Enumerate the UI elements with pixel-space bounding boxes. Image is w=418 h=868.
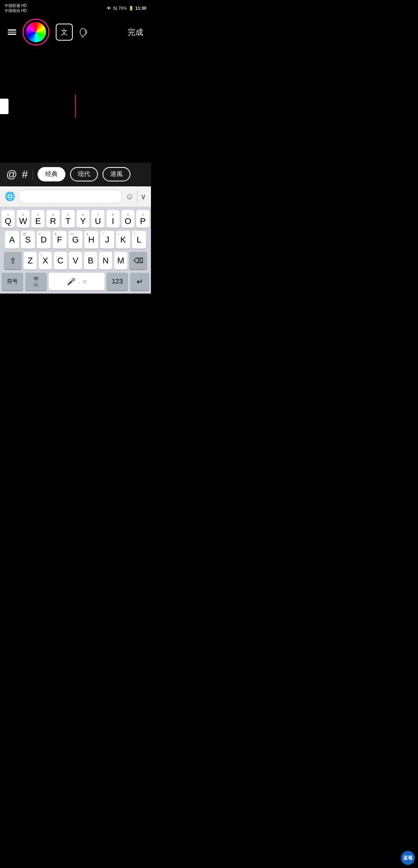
color-wheel-button[interactable] <box>26 22 46 42</box>
key-g[interactable]: % G <box>69 231 82 249</box>
emoji-button[interactable]: ☺ <box>125 191 134 202</box>
carrier2-label: 中国电信 HD <box>5 8 27 13</box>
key-e[interactable]: 3 E <box>31 210 45 228</box>
font-tag-style3[interactable]: 港風 <box>103 167 130 181</box>
key-n[interactable]: ; N <box>99 252 112 270</box>
divider <box>33 169 33 180</box>
key-h[interactable]: & H <box>84 231 98 249</box>
at-symbol[interactable]: @ <box>6 168 17 181</box>
keyboard-row-2: ~ A @ S # D $ F % G & H * J ( K <box>2 231 149 249</box>
mic-icon: 🎤 <box>67 277 75 286</box>
color-wheel-container <box>22 19 50 46</box>
tts-button[interactable] <box>79 27 91 38</box>
return-key[interactable]: ↵ <box>130 273 149 290</box>
key-v[interactable]: - V <box>69 252 82 270</box>
return-icon: ↵ <box>137 277 143 286</box>
text-input[interactable] <box>18 190 122 203</box>
symbol-key[interactable]: 符号 <box>2 273 23 290</box>
key-x[interactable]: / X <box>39 252 52 270</box>
key-q[interactable]: 1 Q <box>2 210 15 228</box>
chinese-key[interactable]: 中 /英 <box>25 273 47 290</box>
toolbar-left: 文 <box>8 19 91 46</box>
done-button[interactable]: 完成 <box>128 27 143 38</box>
keyboard-row-3: ⇧ ' Z / X _ C - V : B ; N ' M <box>2 252 149 270</box>
top-toolbar: 文 完成 <box>0 15 151 50</box>
svg-point-0 <box>80 28 86 36</box>
key-p[interactable]: 0 P <box>136 210 149 228</box>
text-cursor <box>75 95 76 118</box>
translate-button[interactable]: 文 <box>56 24 73 41</box>
backspace-icon: ⌫ <box>134 256 143 265</box>
key-a[interactable]: ~ A <box>5 231 19 249</box>
hash-symbol[interactable]: # <box>22 168 28 181</box>
clock: 11:30 <box>135 6 146 10</box>
key-j[interactable]: * J <box>100 231 114 249</box>
font-tag-classic[interactable]: 经典 <box>38 167 65 181</box>
carrier-info: 中国联通 HD 中国电信 HD <box>5 3 27 13</box>
canvas-area[interactable] <box>0 50 151 162</box>
input-bar: 🌐 ☺ ∨ <box>0 186 151 207</box>
nfc-icon: N <box>113 5 116 11</box>
globe-keyboard-icon[interactable]: 🌐 <box>5 191 15 202</box>
key-m[interactable]: ' M <box>114 252 127 270</box>
key-t[interactable]: 5 T <box>62 210 75 228</box>
backspace-key[interactable]: ⌫ <box>129 252 147 270</box>
key-d[interactable]: # D <box>37 231 51 249</box>
key-l[interactable]: ) L <box>132 231 146 249</box>
key-o[interactable]: 9 O <box>122 210 135 228</box>
key-r[interactable]: 4 R <box>46 210 60 228</box>
shift-key[interactable]: ⇧ <box>4 252 22 270</box>
key-y[interactable]: 6 Y <box>77 210 90 228</box>
shift-icon: ⇧ <box>10 256 16 265</box>
eye-icon: 👁 <box>106 5 111 11</box>
battery-icon: 🔋 <box>128 6 134 11</box>
key-c[interactable]: _ C <box>54 252 67 270</box>
status-bar: 中国联通 HD 中国电信 HD 👁 N 76% 🔋 11:30 <box>0 0 151 15</box>
numbers-key[interactable]: 123 <box>106 273 128 290</box>
font-style-bar: @ # 经典 现代 港風 <box>0 162 151 186</box>
key-i[interactable]: 8 I <box>106 210 120 228</box>
left-handle[interactable] <box>0 99 9 114</box>
chevron-down-icon[interactable]: ∨ <box>140 192 146 201</box>
key-k[interactable]: ( K <box>116 231 130 249</box>
space-key[interactable]: 🎤 ， ○ <box>49 273 104 290</box>
keyboard-row-bottom: 符号 中 /英 🎤 ， ○ 123 ↵ <box>2 273 149 290</box>
battery-level: 76% <box>118 6 127 10</box>
key-f[interactable]: $ F <box>53 231 67 249</box>
key-w[interactable]: 2 W <box>17 210 30 228</box>
input-divider <box>137 191 137 202</box>
key-u[interactable]: 7 U <box>91 210 104 228</box>
keyboard-row-1: 1 Q 2 W 3 E 4 R 5 T 6 Y 7 U 8 I <box>2 210 149 228</box>
status-right: 👁 N 76% 🔋 11:30 <box>106 5 146 11</box>
tts-icon <box>79 27 91 38</box>
key-z[interactable]: ' Z <box>24 252 37 270</box>
font-tag-modern[interactable]: 现代 <box>70 167 98 181</box>
key-b[interactable]: : B <box>84 252 97 270</box>
carrier1-label: 中国联通 HD <box>5 3 27 8</box>
translate-icon: 文 <box>61 27 68 37</box>
menu-button[interactable] <box>8 29 16 35</box>
key-s[interactable]: @ S <box>21 231 35 249</box>
keyboard: 1 Q 2 W 3 E 4 R 5 T 6 Y 7 U 8 I <box>0 207 151 294</box>
